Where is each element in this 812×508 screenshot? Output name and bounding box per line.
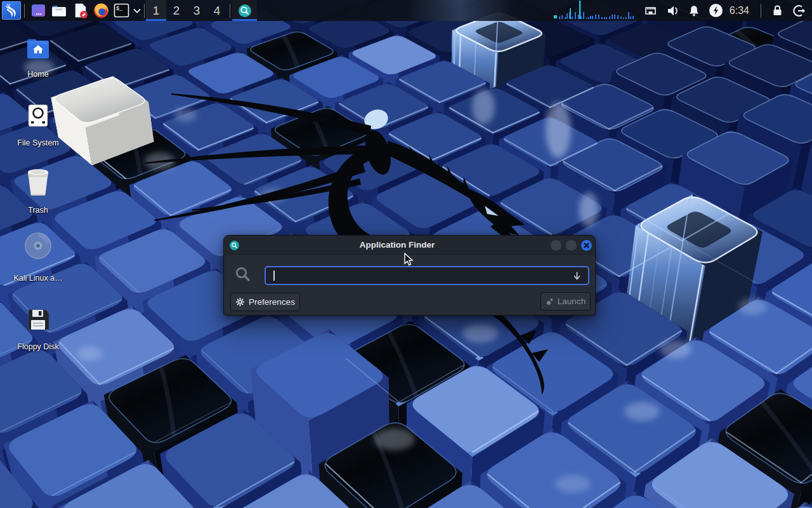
- svg-text:$_: $_: [116, 6, 123, 12]
